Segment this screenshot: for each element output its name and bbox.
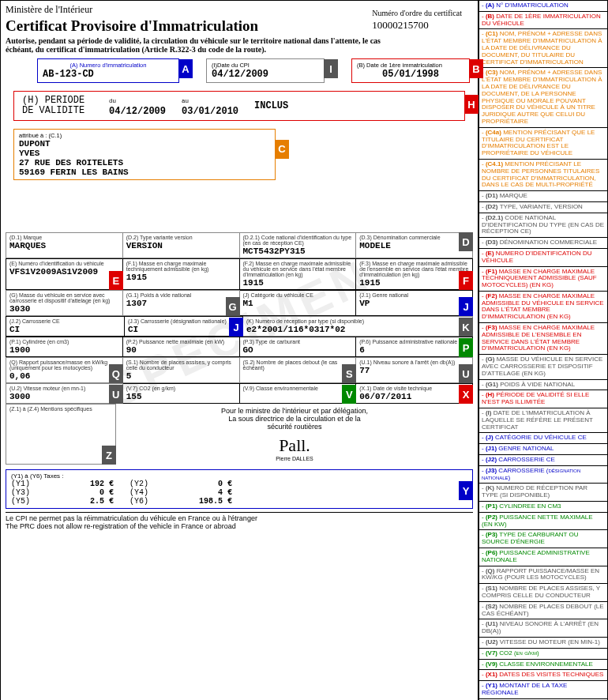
- Y-header: (Y1) à (Y6) Taxes :: [11, 472, 409, 480]
- authorization-text: Autorise, pendant sa période de validité…: [6, 36, 385, 54]
- legend-item-A: - (A) N° D'IMMATRICULATION: [479, 0, 608, 12]
- field-H: (H) PERIODE DE VALIDITE du04/12/2009 au0…: [13, 91, 465, 121]
- signature-mark: Pall.: [116, 435, 473, 456]
- field-Z: (Z.1) à (Z.4) Mentions spécifiques Z: [6, 404, 116, 465]
- sig-line2: La sous directrice de la circulation et …: [116, 415, 473, 423]
- legend-item-C3: - (C3) NOM, PRÉNOM + ADRESSE DANS L'ÉTAT…: [479, 67, 608, 127]
- footer-en: The PRC does not allow re-registration o…: [6, 522, 473, 530]
- legend-item-Y1: - (Y1) MONTANT DE LA TAXE RÉGIONALE: [479, 680, 608, 699]
- field-U2: (U.2) Vitesse moteur (en mn-1)3000 U: [6, 383, 123, 404]
- legend-item-H: - (H) PÉRIODE DE VALIDITÉ SI ELLE N'EST …: [479, 390, 608, 408]
- badge-B: B: [469, 59, 483, 78]
- field-G1: (G.1) Poids à vide national1307 G: [123, 290, 240, 316]
- legend-item-E: - (E) NUMERO D'IDENTIFICATION DU VÉHICUL…: [479, 248, 608, 267]
- field-D1: (D.1) MarqueMARQUES: [6, 232, 123, 258]
- H-au-value: 03/01/2010: [182, 106, 238, 117]
- footer-fr: Le CPI ne permet pas la réimmatriculatio…: [6, 514, 473, 522]
- field-P3: (P.3) Type de carburantGO: [240, 337, 357, 357]
- footer-block: Le CPI ne permet pas la réimmatriculatio…: [6, 512, 473, 530]
- badge-S: S: [342, 364, 356, 383]
- legend-item-V7: - (V7) CO2 (en g/km): [479, 648, 608, 660]
- signature-block: Pour le ministre de l'intérieur et par d…: [116, 407, 473, 461]
- legend-item-J1: - (J1) GENRE NATIONAL: [479, 443, 608, 455]
- legend-item-P2: - (P2) PUISSANCE NETTE MAXIMALE (EN KW): [479, 512, 608, 531]
- field-I: (I)Date du CPI 04/12/2009 I: [206, 58, 325, 83]
- field-C-value: DUPONT YVES 27 RUE DES ROITELETS 59169 F…: [19, 139, 270, 177]
- legend-item-F2: - (F2) MASSE EN CHARGE MAXIMALE ADMISSIB…: [479, 291, 608, 323]
- field-P6: (P.6) Puissance administrative nationale…: [356, 337, 473, 357]
- field-U1: (U.1) Niveau sonore à l'arrêt (en db(A))…: [356, 357, 473, 383]
- Y2-value: 0 €: [177, 480, 232, 488]
- field-D2: (D.2) Type variante versionVERSION: [123, 232, 240, 258]
- field-J: (J) Catégorie du véhicule CEM1: [240, 290, 357, 316]
- field-F3: (F.3) Masse en charge maximale admissibl…: [356, 258, 473, 290]
- order-number-label: Numéro d'ordre du certificat: [372, 9, 462, 17]
- field-Q: (Q) Rapport puissance/masse en kW/kg (un…: [6, 357, 123, 383]
- legend-item-C1: - (C1) NOM, PRÉNOM + ADRESSE DANS L'ÉTAT…: [479, 28, 608, 68]
- badge-H: H: [464, 95, 479, 114]
- badge-P: P: [459, 338, 473, 357]
- field-E: (E) Numéro d'identification du véhiculeV…: [6, 258, 123, 290]
- certificate-document: SPECIMEN Ministère de l'Intérieur Certif…: [0, 0, 479, 700]
- order-number-value: 10000215700: [372, 19, 462, 32]
- legend-item-J3: - (J3) CARROSSERIE (désignation national…: [479, 465, 608, 484]
- field-B-label: (B) Date de 1ère immatriculation: [357, 62, 464, 69]
- field-C-label: attribué à : (C.1): [19, 132, 270, 139]
- badge-Y: Y: [459, 481, 473, 500]
- legend-item-P6: - (P6) PUISSANCE ADMINISTRATIVE NATIONAL…: [479, 548, 608, 566]
- legend-item-C4a: - (C4a) MENTION PRÉCISANT QUE LE TITULAI…: [479, 127, 608, 160]
- field-J2: (J.2) Carrosserie CECI: [6, 316, 125, 337]
- badge-J3: J: [229, 318, 243, 337]
- field-P1: (P.1) Cylindrée (en cm3)1900: [6, 337, 123, 357]
- legend-item-P3: - (P3) TYPE DE CARBURANT OU SOURCE D'ÉNE…: [479, 529, 608, 548]
- field-A-label: (A) Numero d'immatriculation: [43, 62, 174, 69]
- field-I-value: 04/12/2009: [212, 69, 319, 80]
- field-S2: (S.2) Nombre de places debout (le cas éc…: [240, 357, 357, 383]
- field-P2: (P.2) Puissance nette maximale (en kW)90: [123, 337, 240, 357]
- legend-item-V9: - (V9) CLASSE ENVIRONNEMENTALE: [479, 659, 608, 671]
- field-V9: (V.9) Classe environnementale V: [240, 383, 357, 404]
- field-Y: (Y1) à (Y6) Taxes : (Y1)192 € (Y2)0 € (Y…: [6, 469, 473, 509]
- field-F1: (F.1) Masse en charge maximale technique…: [123, 258, 240, 290]
- legend-item-S2: - (S2) NOMBRE DE PLACES DEBOUT (LE CAS É…: [479, 601, 608, 620]
- legend-item-J2: - (J2) CARROSSERIE CE: [479, 454, 608, 466]
- badge-X: X: [459, 385, 473, 404]
- field-J3: (J.3) Carrosserie (désignation nationale…: [125, 316, 243, 337]
- field-D21: (D.2.1) Code national d'identification d…: [240, 232, 357, 258]
- field-J1: (J.1) Genre nationalVP J: [356, 290, 473, 316]
- legend-item-U2: - (U2) VITESSE DU MOTEUR (EN MIN-1): [479, 637, 608, 649]
- badge-U: U: [459, 364, 473, 383]
- H-title: (H) PERIODE DE VALIDITE: [22, 96, 93, 116]
- Y3-value: 0 €: [58, 488, 114, 497]
- Y5-value: 2.5 €: [58, 497, 114, 506]
- legend-item-K: - (K) NUMERO DE RÉCEPTION PAR TYPE (SI D…: [479, 483, 608, 502]
- legend-panel: - (A) N° D'IMMATRICULATION- (B) DATE DE …: [479, 0, 608, 700]
- badge-A: A: [178, 59, 193, 78]
- field-A: (A) Numero d'immatriculation AB-123-CD A: [37, 58, 179, 83]
- Y4-value: 4 €: [177, 488, 232, 497]
- badge-G: G: [226, 297, 240, 316]
- badge-Z: Z: [102, 446, 116, 465]
- legend-item-C4.1: - (C4.1) MENTION PRÉCISANT LE NOMBRE DE …: [479, 159, 608, 191]
- badge-C: C: [275, 140, 289, 159]
- legend-item-S1: - (S1) NOMBRE DE PLACES ASSISES, Y COMPR…: [479, 583, 608, 602]
- legend-item-D3: - (D3) DÉNOMINATION COMMERCIALE: [479, 237, 608, 249]
- field-I-label: (I)Date du CPI: [212, 62, 319, 69]
- field-C: attribué à : (C.1) DUPONT YVES 27 RUE DE…: [13, 129, 276, 180]
- field-G: (G) Masse du véhicule en service avec ca…: [6, 290, 123, 316]
- signatory-name: Pierre DALLES: [116, 456, 473, 461]
- field-B-value: 05/01/1998: [357, 69, 464, 80]
- Y1-value: 192 €: [58, 480, 114, 488]
- badge-D: D: [459, 232, 473, 251]
- field-F2: (F.2) Masse en charge maximale admissibl…: [240, 258, 357, 290]
- badge-J: J: [459, 297, 473, 316]
- badge-U2: U: [109, 385, 123, 404]
- field-D3: (D.3) Dénomination commercialeMODELE D: [356, 232, 473, 258]
- legend-item-G1: - (G1) POIDS À VIDE NATIONAL: [479, 379, 608, 391]
- Y6-value: 198.5 €: [177, 497, 232, 506]
- legend-item-F3: - (F3) MASSE EN CHARGE MAXIMALE ADMISSIB…: [479, 322, 608, 355]
- field-B: (B) Date de 1ère immatriculation 05/01/1…: [351, 58, 470, 83]
- badge-V: V: [342, 385, 356, 404]
- legend-item-B: - (B) DATE DE 1ÈRE IMMATRICULATION DU VÉ…: [479, 11, 608, 30]
- field-X1: (X.1) Date de visite technique06/07/2011…: [356, 383, 473, 404]
